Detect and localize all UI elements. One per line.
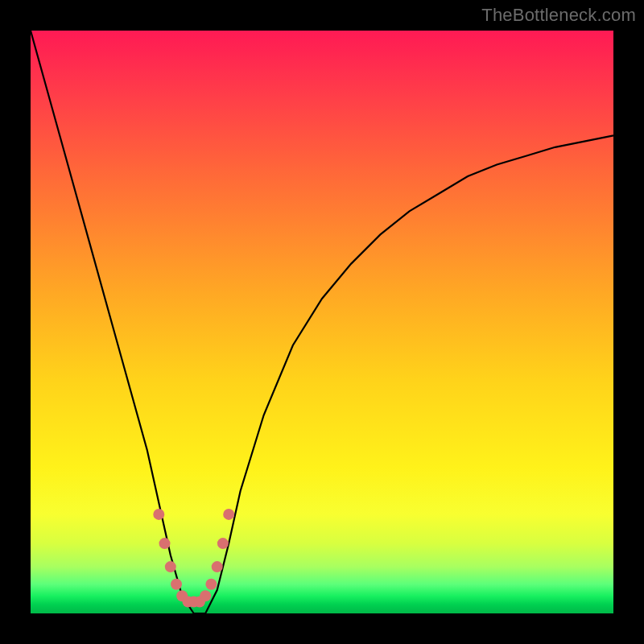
plot-area [31, 31, 613, 613]
emphasis-dot [159, 538, 171, 549]
bottleneck-curve [31, 31, 613, 613]
emphasis-dot [165, 561, 176, 572]
emphasis-dot [212, 561, 223, 572]
emphasis-dot [205, 579, 217, 590]
emphasis-dot [153, 509, 164, 520]
emphasis-dot [200, 590, 211, 601]
watermark-text: TheBottleneck.com [481, 5, 636, 26]
curve-layer [31, 31, 613, 613]
emphasis-dot [223, 509, 234, 520]
emphasis-dot [171, 579, 182, 590]
emphasis-dots [153, 509, 234, 608]
emphasis-dot [217, 538, 229, 549]
chart-frame: TheBottleneck.com [0, 0, 644, 644]
